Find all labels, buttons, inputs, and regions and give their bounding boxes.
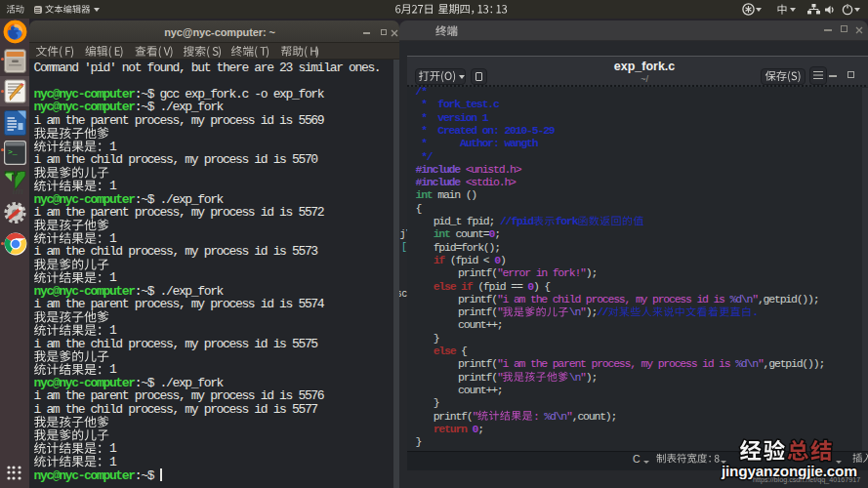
svg-text:im: im	[13, 184, 24, 196]
svg-text:>_: >_	[8, 147, 18, 156]
